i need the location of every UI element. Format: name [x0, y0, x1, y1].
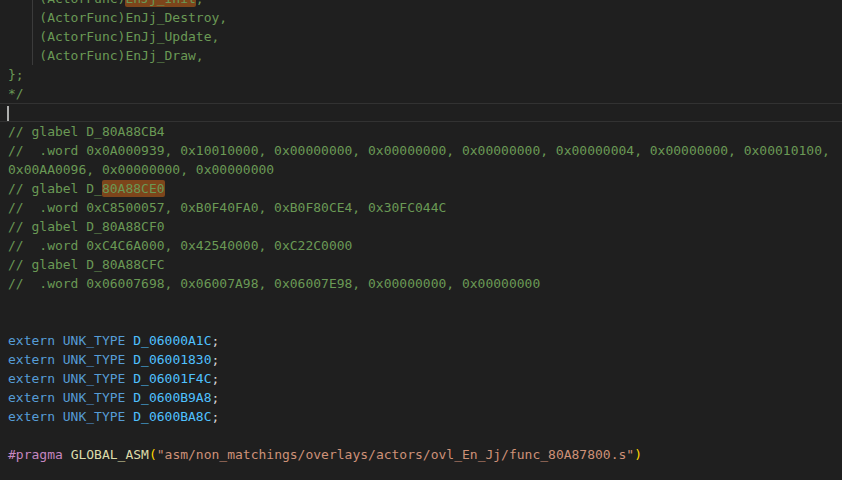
code-token: #pragma	[8, 447, 71, 462]
code-token: extern	[8, 352, 63, 367]
code-token: // .word 0xC8500057, 0xB0F40FA0, 0xB0F80…	[8, 200, 446, 215]
code-token: GLOBAL_ASM	[71, 447, 149, 462]
code-token: ;	[212, 390, 220, 405]
code-line[interactable]: extern UNK_TYPE D_0600BA8C;	[0, 407, 842, 426]
code-line[interactable]	[0, 312, 842, 331]
code-token: extern	[8, 371, 63, 386]
code-token: )	[634, 447, 642, 462]
code-token: // glabel D_80A88CF0	[8, 219, 165, 234]
code-token: (ActorFunc)EnJj_Draw,	[8, 48, 204, 63]
code-token: ,	[196, 0, 204, 6]
code-line[interactable]: // glabel D_80A88CE0	[0, 179, 842, 198]
code-token: (ActorFunc)EnJj_Destroy,	[8, 10, 227, 25]
code-line[interactable]: extern UNK_TYPE D_06000A1C;	[0, 331, 842, 350]
code-token: ;	[212, 409, 220, 424]
code-line[interactable]: // glabel D_80A88CFC	[0, 255, 842, 274]
code-line[interactable]: extern UNK_TYPE D_0600B9A8;	[0, 388, 842, 407]
code-token: "asm/non_matchings/overlays/actors/ovl_E…	[157, 447, 634, 462]
code-line[interactable]: // .word 0xC8500057, 0xB0F40FA0, 0xB0F80…	[0, 198, 842, 217]
code-line[interactable]: */	[0, 84, 842, 103]
code-line[interactable]	[0, 103, 842, 122]
code-token: };	[8, 67, 24, 82]
code-line[interactable]: (ActorFunc)EnJj_Update,	[0, 27, 842, 46]
search-match-highlight: 80A88CE0	[102, 180, 165, 197]
code-line[interactable]: (ActorFunc)EnJj_Init,	[0, 0, 842, 8]
code-line[interactable]: (ActorFunc)EnJj_Draw,	[0, 46, 842, 65]
code-line[interactable]: extern UNK_TYPE D_06001F4C;	[0, 369, 842, 388]
code-token: extern	[8, 390, 63, 405]
code-token: D_06000A1C	[133, 333, 211, 348]
code-token: // .word 0xC4C6A000, 0x42540000, 0xC22C0…	[8, 238, 352, 253]
code-token: D_06001F4C	[133, 371, 211, 386]
code-token: ;	[212, 371, 220, 386]
code-line[interactable]: #pragma GLOBAL_ASM("asm/non_matchings/ov…	[0, 445, 842, 464]
code-token: ;	[212, 352, 220, 367]
code-token: (ActorFunc)EnJj_Update,	[8, 29, 219, 44]
code-line[interactable]: 0x00AA0096, 0x00000000, 0x00000000	[0, 160, 842, 179]
code-line[interactable]: };	[0, 65, 842, 84]
code-token: ;	[212, 333, 220, 348]
search-match-highlight: EnJj_Init	[125, 0, 195, 7]
code-token: (	[149, 447, 157, 462]
code-token: D_06001830	[133, 352, 211, 367]
code-lines: (ActorFunc)EnJj_Init, (ActorFunc)EnJj_De…	[0, 0, 842, 464]
code-line[interactable]	[0, 293, 842, 312]
code-token: UNK_TYPE	[63, 409, 126, 424]
code-editor[interactable]: (ActorFunc)EnJj_Init, (ActorFunc)EnJj_De…	[0, 0, 842, 480]
code-line[interactable]: (ActorFunc)EnJj_Destroy,	[0, 8, 842, 27]
code-token: // .word 0x0A000939, 0x10010000, 0x00000…	[8, 143, 830, 158]
code-token: // glabel D_80A88CB4	[8, 124, 165, 139]
code-token: (ActorFunc)	[8, 0, 125, 6]
code-token: UNK_TYPE	[63, 390, 126, 405]
code-token: */	[8, 86, 24, 101]
code-line[interactable]	[0, 426, 842, 445]
code-token: extern	[8, 409, 63, 424]
code-token: UNK_TYPE	[63, 352, 126, 367]
code-token: D_0600B9A8	[133, 390, 211, 405]
code-token: // glabel D_	[8, 181, 102, 196]
code-token: UNK_TYPE	[63, 371, 126, 386]
code-token: extern	[8, 333, 63, 348]
code-token: // glabel D_80A88CFC	[8, 257, 165, 272]
code-token: // .word 0x06007698, 0x06007A98, 0x06007…	[8, 276, 540, 291]
code-line[interactable]: // glabel D_80A88CF0	[0, 217, 842, 236]
code-line[interactable]: extern UNK_TYPE D_06001830;	[0, 350, 842, 369]
code-line[interactable]: // .word 0xC4C6A000, 0x42540000, 0xC22C0…	[0, 236, 842, 255]
code-line[interactable]: // .word 0x0A000939, 0x10010000, 0x00000…	[0, 141, 842, 160]
code-token: UNK_TYPE	[63, 333, 126, 348]
code-line[interactable]: // glabel D_80A88CB4	[0, 122, 842, 141]
code-line[interactable]: // .word 0x06007698, 0x06007A98, 0x06007…	[0, 274, 842, 293]
code-token: 0x00AA0096, 0x00000000, 0x00000000	[8, 162, 274, 177]
code-token: D_0600BA8C	[133, 409, 211, 424]
